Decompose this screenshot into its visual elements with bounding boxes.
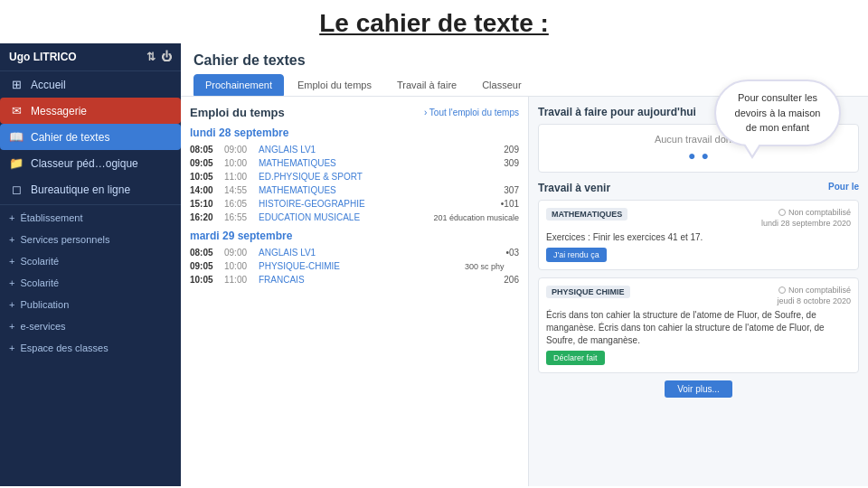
room-num: 206 [494, 275, 519, 285]
table-row: 16:20 16:55 EDUCATION MUSICALE 201 éduca… [190, 211, 519, 224]
time-end: 10:00 [224, 261, 253, 271]
coming-link[interactable]: Pour le [828, 182, 859, 192]
coming-title: Travail à venir [538, 182, 610, 194]
work-text: Écris dans ton cahier la structure de l'… [546, 309, 851, 347]
table-row: 09:05 10:00 PHYSIQUE-CHIMIE 300 sc phy [190, 259, 519, 273]
table-row: 14:00 14:55 MATHEMATIQUES 307 [190, 183, 519, 197]
dot-icon: ● [688, 148, 695, 163]
content-area: Pour consulter les devoirs à la maison d… [181, 43, 868, 486]
sidebar-item-bureautique[interactable]: ◻ Bureautique en ligne [0, 176, 181, 202]
sidebar-section-publication[interactable]: + Publication [0, 294, 181, 315]
time-start: 09:05 [190, 261, 219, 271]
sidebar-item-label: Bureautique en ligne [31, 183, 130, 196]
status-text: Non comptabilisé [788, 208, 851, 217]
time-end: 09:00 [224, 248, 253, 258]
j-ai-rendu-button[interactable]: J'ai rendu ça [546, 248, 607, 262]
time-start: 09:05 [190, 158, 219, 168]
time-end: 10:00 [224, 158, 253, 168]
time-start: 16:20 [190, 212, 219, 222]
sidebar-item-messagerie[interactable]: ✉ Messagerie [0, 98, 181, 124]
cloud-callout: Pour consulter les devoirs à la maison d… [714, 80, 841, 146]
table-row: 15:10 16:05 HISTOIRE-GEOGRAPHIE •101 [190, 197, 519, 211]
sidebar-header: Ugo LITRICO ⇅ ⏻ [0, 43, 181, 71]
voir-plus-button[interactable]: Voir plus... [665, 380, 732, 398]
sidebar-section-espace[interactable]: + Espace des classes [0, 337, 181, 359]
declarer-fait-button[interactable]: Déclarer fait [546, 351, 605, 365]
sidebar-item-label: Accueil [31, 79, 66, 91]
time-end: 11:00 [224, 172, 253, 182]
panel-link[interactable]: › Tout l'emploi du temps [424, 108, 519, 117]
page-title: Le cahier de texte : [319, 9, 549, 37]
office-icon: ◻ [9, 183, 24, 196]
time-end: 16:05 [224, 199, 253, 209]
plus-icon: + [9, 321, 14, 332]
work-card-2: PHYSIQUE CHIMIE Non comptabilisé jeudi 8… [538, 277, 859, 373]
tab-travail[interactable]: Travail à faire [385, 74, 468, 96]
room-note: 300 sc phy [465, 262, 519, 271]
status-circle-icon [778, 286, 786, 294]
time-start: 15:10 [190, 199, 219, 209]
plus-icon: + [9, 256, 14, 267]
plus-icon: + [9, 277, 14, 288]
time-end: 09:00 [224, 145, 253, 155]
table-row: 10:05 11:00 ED.PHYSIQUE & SPORT [190, 170, 519, 183]
time-start: 10:05 [190, 172, 219, 182]
card-meta: Non comptabilisé lundi 28 septembre 2020 [761, 208, 851, 228]
room-num: •101 [494, 199, 519, 209]
book-icon: 📖 [9, 130, 24, 144]
room-num: •03 [494, 248, 519, 258]
voir-plus-area: Voir plus... [538, 380, 859, 398]
sidebar-item-cahier[interactable]: 📖 Cahier de textes [0, 124, 181, 150]
plus-icon: + [9, 299, 14, 310]
sidebar-edit-icon[interactable]: ⇅ [146, 51, 156, 63]
status-text: Non comptabilisé [788, 286, 851, 295]
content-body: Emploi du temps › Tout l'emploi du temps… [181, 97, 868, 486]
page-title-area: Le cahier de texte : [0, 0, 868, 43]
day-header-1: lundi 28 septembre [190, 127, 519, 139]
work-card-1: MATHEMATIQUES Non comptabilisé lundi 28 … [538, 200, 859, 270]
room-note: 201 éducation musicale [433, 213, 519, 222]
table-row: 10:05 11:00 FRANCAIS 206 [190, 273, 519, 286]
mail-icon: ✉ [9, 104, 24, 117]
sidebar-section-scolarite2[interactable]: + Scolarité [0, 272, 181, 294]
work-card-header: MATHEMATIQUES Non comptabilisé lundi 28 … [546, 208, 851, 228]
sidebar-section-eservices[interactable]: + e-services [0, 315, 181, 337]
subject-name: ED.PHYSIQUE & SPORT [259, 172, 488, 182]
sidebar-item-classeur[interactable]: 📁 Classeur péd…ogique [0, 150, 181, 176]
subject-name: ANGLAIS LV1 [259, 145, 488, 155]
sidebar-section-etablissement[interactable]: + Établissement [0, 207, 181, 229]
work-date: lundi 28 septembre 2020 [761, 219, 851, 228]
room-num: 309 [494, 158, 519, 168]
table-row: 08:05 09:00 ANGLAIS LV1 209 [190, 143, 519, 156]
time-start: 08:05 [190, 145, 219, 155]
work-text: Exercices : Finir les exercices 41 et 17… [546, 231, 851, 244]
time-start: 14:00 [190, 185, 219, 195]
sidebar-divider [0, 204, 181, 205]
sidebar-power-icon[interactable]: ⏻ [161, 51, 172, 63]
sidebar-item-label: Cahier de textes [31, 131, 109, 144]
coming-work-title: Travail à venir Pour le [538, 182, 859, 194]
folder-icon: 📁 [9, 156, 24, 170]
sidebar-section-services[interactable]: + Services personnels [0, 229, 181, 250]
time-end: 16:55 [224, 212, 253, 222]
sidebar-section-label: Établissement [20, 212, 82, 223]
sidebar-item-label: Messagerie [31, 105, 87, 117]
subject-badge: PHYSIQUE CHIMIE [546, 286, 630, 298]
plus-icon: + [9, 212, 14, 223]
left-panel: Emploi du temps › Tout l'emploi du temps… [181, 97, 529, 486]
dot-icon: ● [702, 148, 709, 163]
time-start: 08:05 [190, 248, 219, 258]
tab-classeur[interactable]: Classeur [470, 74, 533, 96]
sidebar-section-scolarite1[interactable]: + Scolarité [0, 250, 181, 272]
tab-emploi[interactable]: Emploi du temps [286, 74, 383, 96]
subject-name: MATHEMATIQUES [259, 185, 488, 195]
sidebar-section-label: Publication [20, 299, 69, 310]
tab-prochainement[interactable]: Prochainement [193, 74, 284, 96]
time-end: 14:55 [224, 185, 253, 195]
subject-name: MATHEMATIQUES [259, 158, 488, 168]
right-panel: Travail à faire pour aujourd'hui Aucun t… [529, 97, 868, 486]
sidebar-section-label: Scolarité [20, 256, 59, 267]
sidebar-section-label: e-services [20, 321, 65, 332]
table-row: 08:05 09:00 ANGLAIS LV1 •03 [190, 246, 519, 259]
sidebar-item-accueil[interactable]: ⊞ Accueil [0, 71, 181, 98]
